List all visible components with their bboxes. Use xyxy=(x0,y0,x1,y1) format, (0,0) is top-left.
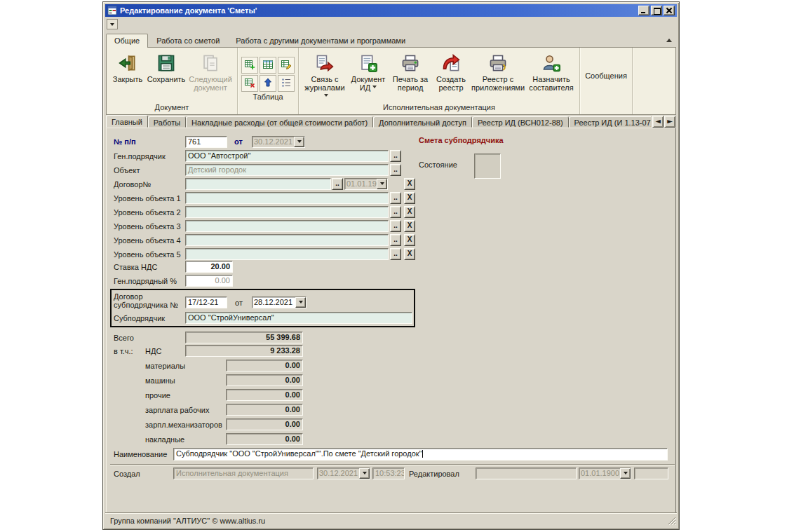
next-document-button[interactable]: Следующий документ xyxy=(187,49,234,102)
state-box xyxy=(474,154,501,179)
ribbon-group-exec-documentation: Связь с журналами Документ ИД Печать за … xyxy=(299,48,580,114)
tabs-scroll-left-button[interactable]: ◄ xyxy=(652,116,664,128)
chevron-down-icon[interactable] xyxy=(295,297,306,308)
subcontract-date-combobox[interactable]: 28.12.2021 xyxy=(252,296,307,308)
contract-browse-button[interactable]: .. xyxy=(332,178,343,190)
npp-label: № п/п xyxy=(114,137,136,146)
name-label: Наименование xyxy=(114,450,167,459)
object-level-5-clear-button[interactable]: X xyxy=(404,248,415,260)
npp-date-combobox[interactable]: 30.12.2021 xyxy=(252,136,305,148)
object-level-2-clear-button[interactable]: X xyxy=(404,206,415,218)
document-id-icon xyxy=(359,51,377,75)
ribbon-group-label-table: Таблица xyxy=(238,92,298,104)
registry-attachments-button[interactable]: Реестр с приложениями xyxy=(470,49,526,102)
ribbon-tab-other-documents[interactable]: Работа с другими документами и программа… xyxy=(228,34,413,48)
object-level-1-field[interactable] xyxy=(185,192,389,204)
object-level-4-field[interactable] xyxy=(185,234,389,246)
tab-additional-access[interactable]: Дополнительный доступ xyxy=(373,116,472,128)
close-button[interactable]: Закрыть xyxy=(109,49,146,102)
create-registry-button[interactable]: Создать реестр xyxy=(432,49,470,102)
close-window-button[interactable] xyxy=(664,6,675,15)
tab-works[interactable]: Работы xyxy=(148,116,186,128)
ribbon-tab-estimate[interactable]: Работа со сметой xyxy=(149,34,227,48)
gen-percent-field[interactable]: 0.00 xyxy=(185,275,233,287)
quick-access-toolbar xyxy=(105,17,677,32)
created-date-combobox[interactable]: 30.12.2021 xyxy=(317,468,370,479)
object-level-5-field[interactable] xyxy=(185,248,389,260)
state-label: Состояние xyxy=(419,161,457,170)
create-registry-icon xyxy=(442,51,460,75)
table-delete-button[interactable] xyxy=(241,75,258,92)
ribbon-collapse-button[interactable] xyxy=(664,34,675,46)
printer-attachment-icon xyxy=(489,51,507,75)
assign-author-button[interactable]: Назначить составителя xyxy=(526,49,577,102)
tab-registry-i113[interactable]: Реестр ИД (И 1.13-07) xyxy=(569,116,651,128)
minimize-button[interactable] xyxy=(638,6,649,15)
object-level-3-clear-button[interactable]: X xyxy=(404,220,415,232)
printer-icon xyxy=(401,51,419,75)
object-level-2-field[interactable] xyxy=(185,206,389,218)
tab-overheads[interactable]: Накладные расходы (от общей стоимости ра… xyxy=(186,116,373,128)
list-view-button[interactable] xyxy=(278,75,295,92)
object-level-3-browse-button[interactable]: .. xyxy=(390,220,401,232)
chevron-down-icon xyxy=(110,23,114,28)
maximize-button[interactable] xyxy=(651,6,662,15)
journals-link-button[interactable]: Связь с журналами xyxy=(302,49,348,102)
gen-contractor-field[interactable]: ООО "Автострой" xyxy=(185,150,389,162)
chevron-down-icon[interactable] xyxy=(620,468,631,479)
subcontractor-label: Субподрядчик xyxy=(114,314,165,323)
object-level-1-clear-button[interactable]: X xyxy=(404,192,415,204)
tab-main[interactable]: Главный xyxy=(106,115,148,128)
gen-contractor-browse-button[interactable]: .. xyxy=(390,150,401,162)
messages-button[interactable]: Сообщения xyxy=(583,49,629,102)
object-level-1-label: Уровень объекта 1 xyxy=(114,194,181,203)
object-field[interactable]: Детский городок xyxy=(185,164,389,176)
object-level-4-browse-button[interactable]: .. xyxy=(390,234,401,246)
title-bar[interactable]: Редактирование документа 'Сметы' xyxy=(105,4,677,17)
document-tabstrip: Главный Работы Накладные расходы (от общ… xyxy=(106,115,651,128)
object-browse-button[interactable]: .. xyxy=(390,164,401,176)
vat-rate-field[interactable]: 20.00 xyxy=(185,261,233,273)
npp-field[interactable]: 761 xyxy=(185,136,227,148)
contract-date-combobox[interactable]: 01.01.1900 xyxy=(344,178,388,190)
total-label: Всего xyxy=(114,334,134,343)
save-button[interactable]: Сохранить xyxy=(146,49,187,102)
print-period-button[interactable]: Печать за период xyxy=(389,49,432,102)
tabs-scroll-right-button[interactable]: ► xyxy=(664,116,675,128)
edited-extra-field xyxy=(634,468,668,479)
vat-total-field: 9 233.28 xyxy=(185,345,303,357)
object-level-4-clear-button[interactable]: X xyxy=(404,234,415,246)
document-id-button[interactable]: Документ ИД xyxy=(348,49,389,102)
object-level-2-browse-button[interactable]: .. xyxy=(390,206,401,218)
subcontractor-field[interactable]: ООО "СтройУниверсал" xyxy=(185,312,412,324)
gen-contractor-label: Ген.подрядчик xyxy=(114,152,166,161)
name-field[interactable]: Субподрядчик "ООО "СтройУниверсал"".По с… xyxy=(173,448,668,461)
tab-registry-vsn[interactable]: Реестр ИД (ВСН012-88) xyxy=(472,116,569,128)
ribbon-tab-general[interactable]: Общие xyxy=(106,34,148,48)
contract-clear-button[interactable]: X xyxy=(404,178,415,190)
edited-date-combobox[interactable]: 01.01.1900 xyxy=(579,468,631,479)
arrow-left-icon: ◄ xyxy=(655,117,661,125)
table-plus-icon xyxy=(244,59,255,71)
machines-field: 0.00 xyxy=(226,374,303,386)
move-up-button[interactable] xyxy=(260,75,276,92)
toolbar-options-button[interactable] xyxy=(107,19,118,29)
contract-field[interactable] xyxy=(185,178,331,190)
chevron-down-icon[interactable] xyxy=(377,179,387,189)
arrow-right-icon: ► xyxy=(667,117,673,125)
ribbon-group-messages: Сообщения xyxy=(580,48,633,114)
object-level-1-browse-button[interactable]: .. xyxy=(390,192,401,204)
materials-label: материалы xyxy=(145,362,185,371)
table-view-button[interactable] xyxy=(260,57,276,74)
resize-grip-icon[interactable] xyxy=(667,516,676,526)
chevron-down-icon[interactable] xyxy=(294,137,304,147)
created-by-field: Исполнительная документация xyxy=(173,468,314,479)
table-add-button[interactable] xyxy=(241,57,258,74)
including-label: в т.ч.: xyxy=(114,347,133,356)
object-level-5-browse-button[interactable]: .. xyxy=(390,248,401,260)
object-level-3-field[interactable] xyxy=(185,220,389,232)
chevron-down-icon xyxy=(372,86,377,90)
table-edit-button[interactable] xyxy=(278,57,295,74)
chevron-down-icon[interactable] xyxy=(359,468,370,479)
subcontract-number-field[interactable]: 17/12-21 xyxy=(185,296,227,308)
